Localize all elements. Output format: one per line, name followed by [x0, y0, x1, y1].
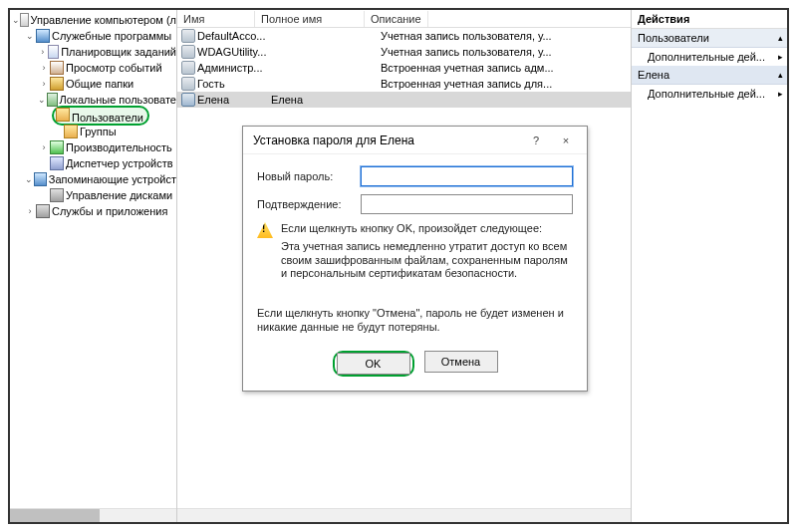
tree-services-apps[interactable]: ›Службы и приложения: [10, 203, 176, 219]
cell-name: Елена: [197, 94, 271, 106]
user-icon: [181, 93, 195, 107]
actions-title: Действия: [632, 10, 787, 29]
user-disabled-icon: [181, 77, 195, 91]
dialog-titlebar[interactable]: Установка пароля для Елена ? ×: [243, 127, 587, 154]
actions-item-label: Дополнительные дей...: [648, 51, 765, 63]
tree-label: Службы и приложения: [52, 205, 167, 217]
storage-icon: [34, 172, 46, 186]
tree-label: Производительность: [66, 141, 172, 153]
new-password-input[interactable]: [361, 166, 573, 186]
list-item[interactable]: WDAGUtility...Учетная запись пользовател…: [177, 44, 631, 60]
tree-users-node[interactable]: Пользователи: [10, 108, 176, 124]
tree-system-tools[interactable]: ⌄Служебные программы: [10, 28, 176, 44]
user-disabled-icon: [181, 45, 195, 59]
tree-label: Служебные программы: [52, 30, 171, 42]
folder-icon: [64, 125, 78, 138]
new-password-label: Новый пароль:: [257, 170, 361, 182]
help-button[interactable]: ?: [521, 130, 551, 151]
submenu-arrow-icon: ▸: [778, 52, 783, 62]
shared-folders-icon: [50, 77, 64, 91]
warning-icon: [257, 222, 273, 238]
tree-root[interactable]: ⌄Управление компьютером (л: [10, 12, 176, 28]
col-description[interactable]: Описание: [365, 11, 428, 27]
task-scheduler-icon: [48, 45, 60, 59]
list-horizontal-scrollbar[interactable]: [177, 508, 631, 522]
cancel-note: Если щелкнуть кнопку "Отмена", пароль не…: [257, 307, 573, 335]
computer-mgmt-icon: [20, 13, 29, 27]
actions-more-elena[interactable]: Дополнительные дей...▸: [632, 85, 787, 103]
actions-group-label: Пользователи: [638, 32, 709, 44]
highlight-users: Пользователи: [52, 106, 149, 126]
cell-desc: Учетная запись пользователя, у...: [381, 30, 631, 42]
highlight-ok: OK: [333, 351, 414, 377]
cell-desc: Встроенная учетная запись адм...: [381, 62, 631, 74]
confirm-password-label: Подтверждение:: [257, 198, 361, 210]
local-users-icon: [47, 93, 58, 107]
actions-group-users[interactable]: Пользователи▴: [632, 29, 787, 48]
list-item[interactable]: Администр...Встроенная учетная запись ад…: [177, 60, 631, 76]
nav-tree[interactable]: ⌄Управление компьютером (л ⌄Служебные пр…: [10, 10, 177, 522]
tree-label: Запоминающие устройст: [49, 173, 176, 185]
tree-disk-management[interactable]: Управление дисками: [10, 187, 176, 203]
warning-heading: Если щелкнуть кнопку OK, произойдет след…: [281, 222, 573, 236]
user-disabled-icon: [181, 61, 195, 75]
folder-icon: [56, 108, 70, 122]
cancel-button[interactable]: Отмена: [424, 351, 498, 373]
list-item[interactable]: DefaultAcco...Учетная запись пользовател…: [177, 28, 631, 44]
services-icon: [36, 204, 50, 218]
actions-group-elena[interactable]: Елена▴: [632, 66, 787, 85]
close-button[interactable]: ×: [551, 130, 581, 151]
cell-full: Елена: [271, 94, 381, 106]
performance-icon: [50, 140, 64, 154]
actions-pane: Действия Пользователи▴ Дополнительные де…: [632, 10, 787, 522]
event-viewer-icon: [50, 61, 64, 75]
actions-item-label: Дополнительные дей...: [648, 88, 765, 100]
cell-name: Администр...: [197, 62, 271, 74]
user-disabled-icon: [181, 29, 195, 43]
tree-event-viewer[interactable]: ›Просмотр событий: [10, 60, 176, 76]
tree-label: Локальные пользовате: [60, 94, 176, 106]
collapse-arrow-icon: ▴: [778, 33, 783, 43]
disk-mgmt-icon: [50, 188, 64, 202]
tree-label: Просмотр событий: [66, 62, 162, 74]
tree-label: Диспетчер устройств: [66, 157, 173, 169]
col-name[interactable]: Имя: [177, 11, 255, 27]
tree-task-scheduler[interactable]: ›Планировщик заданий: [10, 44, 176, 60]
cell-name: Гость: [197, 78, 271, 90]
cell-desc: Встроенная учетная запись для...: [381, 78, 631, 90]
cell-name: WDAGUtility...: [197, 46, 271, 58]
tools-icon: [36, 29, 50, 43]
set-password-dialog: Установка пароля для Елена ? × Новый пар…: [242, 126, 588, 392]
tree-horizontal-scrollbar[interactable]: [10, 508, 176, 522]
actions-group-label: Елена: [638, 69, 669, 81]
list-item[interactable]: ГостьВстроенная учетная запись для...: [177, 76, 631, 92]
tree-label: Управление компьютером (л: [31, 14, 177, 26]
dialog-title-text: Установка пароля для Елена: [253, 133, 521, 147]
col-fullname[interactable]: Полное имя: [255, 11, 365, 27]
tree-label: Планировщик заданий: [61, 46, 176, 58]
submenu-arrow-icon: ▸: [778, 89, 783, 99]
confirm-password-input[interactable]: [361, 194, 573, 214]
tree-shared-folders[interactable]: ›Общие папки: [10, 76, 176, 92]
warning-body: Эта учетная запись немедленно утратит до…: [281, 240, 573, 281]
cell-name: DefaultAcco...: [197, 30, 271, 42]
tree-device-manager[interactable]: Диспетчер устройств: [10, 155, 176, 171]
device-manager-icon: [50, 156, 64, 170]
collapse-arrow-icon: ▴: [778, 70, 783, 80]
list-header[interactable]: Имя Полное имя Описание: [177, 10, 631, 28]
tree-label: Группы: [80, 126, 117, 137]
scrollbar-thumb[interactable]: [10, 509, 100, 522]
tree-label: Пользователи: [72, 112, 143, 124]
tree-label: Управление дисками: [66, 189, 172, 201]
tree-performance[interactable]: ›Производительность: [10, 139, 176, 155]
tree-storage[interactable]: ⌄Запоминающие устройст: [10, 171, 176, 187]
cell-desc: Учетная запись пользователя, у...: [381, 46, 631, 58]
actions-more-users[interactable]: Дополнительные дей...▸: [632, 48, 787, 66]
ok-button[interactable]: OK: [337, 353, 410, 375]
tree-groups-node[interactable]: Группы: [10, 124, 176, 139]
list-item-selected[interactable]: ЕленаЕлена: [177, 92, 631, 108]
tree-label: Общие папки: [66, 78, 133, 90]
